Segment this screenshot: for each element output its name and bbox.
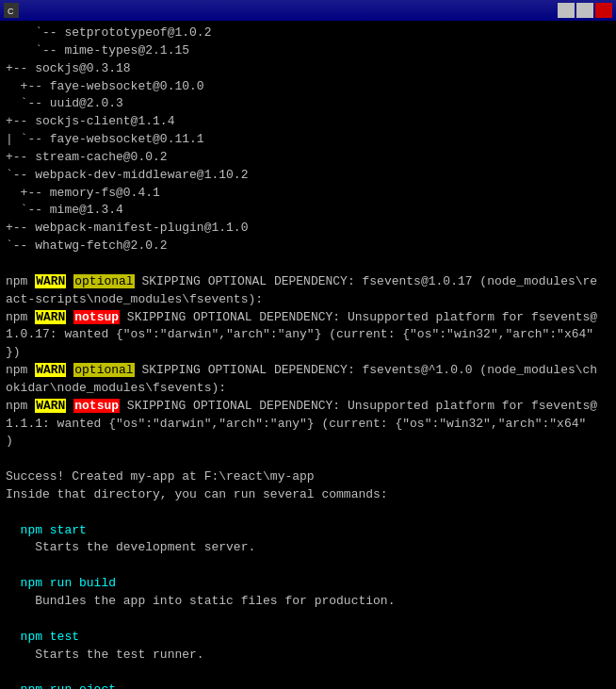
console-line: 1.0.17: wanted {"os":"darwin","arch":"an…: [6, 326, 610, 344]
console-line: Bundles the app into static files for pr…: [6, 593, 610, 611]
console-line: [6, 611, 610, 629]
console-line: Starts the test runner.: [6, 647, 610, 664]
console-line: +-- stream-cache@0.0.2: [6, 149, 610, 167]
console-line: [6, 664, 610, 681]
titlebar-icon: C: [4, 3, 19, 18]
titlebar-left: C: [4, 3, 23, 18]
close-button[interactable]: [595, 3, 612, 18]
svg-text:C: C: [8, 7, 14, 16]
console-line: | `-- faye-websocket@0.11.1: [6, 131, 610, 149]
console-line: Success! Created my-app at F:\react\my-a…: [6, 468, 610, 486]
console-line: act-scripts\node_modules\fsevents):: [6, 291, 610, 309]
console-line: npm run eject: [6, 681, 610, 689]
console-line: npm WARN optional SKIPPING OPTIONAL DEPE…: [6, 273, 610, 291]
console-line: Inside that directory, you can run sever…: [6, 486, 610, 504]
console-line: `-- webpack-dev-middleware@1.10.2: [6, 167, 610, 185]
console-line: +-- sockjs@0.3.18: [6, 60, 610, 78]
console-line: npm WARN notsup SKIPPING OPTIONAL DEPEND…: [6, 398, 610, 416]
maximize-button[interactable]: [576, 3, 593, 18]
console-line: `-- mime-types@2.1.15: [6, 42, 610, 60]
console-area: `-- setprototypeof@1.0.2 `-- mime-types@…: [0, 21, 616, 689]
titlebar: C: [0, 0, 616, 21]
console-line: [6, 255, 610, 273]
console-line: [6, 557, 610, 575]
console-line: +-- faye-websocket@0.10.0: [6, 78, 610, 96]
console-line: npm WARN notsup SKIPPING OPTIONAL DEPEND…: [6, 309, 610, 327]
console-line: npm run build: [6, 575, 610, 593]
console-line: +-- sockjs-client@1.1.4: [6, 113, 610, 131]
console-line: `-- uuid@2.0.3: [6, 95, 610, 113]
console-line: okidar\node_modules\fsevents):: [6, 380, 610, 398]
console-line: Starts the development server.: [6, 539, 610, 557]
console-line: 1.1.1: wanted {"os":"darwin","arch":"any…: [6, 416, 610, 434]
console-line: }): [6, 344, 610, 362]
console-line: `-- whatwg-fetch@2.0.2: [6, 238, 610, 255]
console-line: [6, 504, 610, 522]
titlebar-buttons: [558, 3, 612, 18]
console-line: +-- webpack-manifest-plugin@1.1.0: [6, 220, 610, 238]
console-line: ): [6, 433, 610, 451]
console-line: `-- mime@1.3.4: [6, 202, 610, 220]
cmd-window: C `-- setprototypeof@1.0.2 `-- mime-type…: [0, 0, 616, 689]
console-line: [6, 451, 610, 468]
console-line: npm test: [6, 629, 610, 647]
console-line: npm start: [6, 522, 610, 540]
minimize-button[interactable]: [558, 3, 575, 18]
console-line: npm WARN optional SKIPPING OPTIONAL DEPE…: [6, 362, 610, 380]
console-line: `-- setprototypeof@1.0.2: [6, 25, 610, 42]
console-line: +-- memory-fs@0.4.1: [6, 185, 610, 203]
